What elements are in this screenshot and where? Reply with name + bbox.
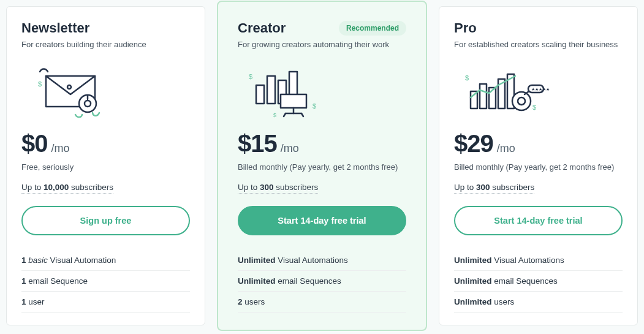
feature-item: Unlimited email Sequences bbox=[454, 271, 623, 292]
plan-price: $0 bbox=[21, 130, 48, 158]
svg-text:$: $ bbox=[38, 80, 42, 88]
billing-note: Free, seriously bbox=[21, 162, 190, 172]
plan-title: Pro bbox=[454, 20, 477, 36]
features-list: Unlimited Visual Automations Unlimited e… bbox=[454, 250, 623, 313]
plan-subtitle: For growing creators automating their wo… bbox=[238, 40, 406, 49]
svg-text:$: $ bbox=[313, 102, 316, 110]
feature-item: Unlimited Visual Automations bbox=[454, 250, 623, 271]
plan-card-pro: Pro For established creators scaling the… bbox=[439, 6, 638, 325]
feature-item: Unlimited email Sequences bbox=[238, 271, 406, 292]
plan-period: /mo bbox=[497, 142, 515, 155]
plan-card-creator: Creator Recommended For growing creators… bbox=[222, 6, 422, 325]
feature-item: 1 user bbox=[21, 292, 190, 313]
feature-item: 1 email Sequence bbox=[21, 271, 190, 292]
subscriber-limit: Up to 10,000 subscribers bbox=[21, 183, 113, 194]
subscriber-limit: Up to 300 subscribers bbox=[238, 183, 318, 194]
svg-point-19 bbox=[512, 92, 531, 110]
svg-text:$: $ bbox=[465, 74, 469, 82]
feature-item: 2 users bbox=[238, 292, 406, 313]
features-list: Unlimited Visual Automations Unlimited e… bbox=[238, 250, 406, 313]
recommended-badge: Recommended bbox=[339, 21, 406, 36]
svg-rect-5 bbox=[267, 76, 275, 104]
feature-item: 1 basic Visual Automation bbox=[21, 250, 190, 271]
svg-rect-4 bbox=[256, 85, 264, 104]
svg-text:$: $ bbox=[532, 104, 536, 111]
start-trial-button[interactable]: Start 14-day free trial bbox=[238, 206, 406, 235]
billing-note: Billed monthly (Pay yearly, get 2 months… bbox=[238, 162, 406, 172]
plan-price: $29 bbox=[454, 130, 493, 158]
svg-rect-15 bbox=[480, 84, 487, 108]
envelope-illustration-icon: $ bbox=[21, 58, 190, 125]
features-list: 1 basic Visual Automation 1 email Sequen… bbox=[21, 250, 190, 313]
plan-card-newsletter: Newsletter For creators building their a… bbox=[6, 6, 205, 325]
pricing-plans: Newsletter For creators building their a… bbox=[6, 6, 638, 325]
plan-period: /mo bbox=[51, 142, 70, 155]
bar-chart-illustration-icon: $ $ $ bbox=[238, 58, 406, 125]
billing-note: Billed monthly (Pay yearly, get 2 months… bbox=[454, 162, 623, 172]
svg-rect-8 bbox=[281, 94, 306, 108]
svg-text:$: $ bbox=[273, 112, 276, 118]
feature-item: Unlimited Visual Automations bbox=[238, 250, 406, 271]
start-trial-button[interactable]: Start 14-day free trial bbox=[454, 206, 623, 235]
svg-text:★★★★★: ★★★★★ bbox=[531, 87, 550, 91]
plan-title: Newsletter bbox=[21, 20, 89, 36]
plan-subtitle: For established creators scaling their b… bbox=[454, 40, 623, 49]
plan-title: Creator bbox=[238, 20, 286, 36]
signup-free-button[interactable]: Sign up free bbox=[21, 206, 190, 235]
feature-item: Unlimited users bbox=[454, 292, 623, 313]
subscriber-limit: Up to 300 subscribers bbox=[454, 183, 534, 194]
svg-text:$: $ bbox=[249, 73, 252, 80]
plan-period: /mo bbox=[281, 142, 299, 155]
plan-price: $15 bbox=[238, 130, 277, 158]
growth-chart-illustration-icon: ★★★★★ $ $ bbox=[454, 58, 623, 125]
plan-subtitle: For creators building their audience bbox=[21, 40, 190, 49]
